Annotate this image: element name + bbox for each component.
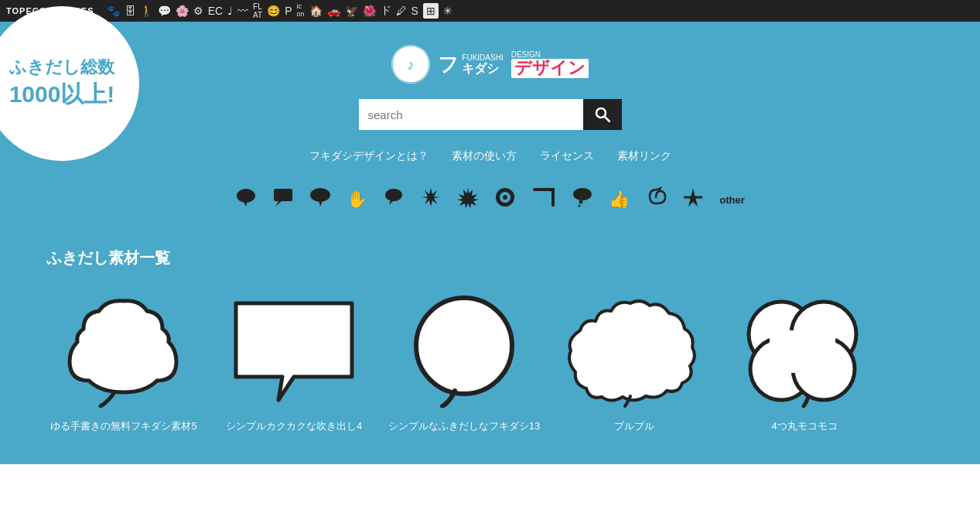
- card-5-label: 4つ丸モコモコ: [727, 419, 882, 433]
- card-5-image: [727, 288, 882, 412]
- nav-icon-icon[interactable]: icon: [297, 3, 305, 19]
- svg-marker-13: [457, 187, 479, 208]
- cat-icon-thumbup[interactable]: 👍: [609, 190, 630, 210]
- card-3-image: [387, 288, 541, 412]
- nav-icon-do[interactable]: ド: [381, 4, 391, 18]
- card-4[interactable]: ブルブル: [557, 288, 712, 433]
- category-row: ✋ 👍: [0, 179, 980, 217]
- cat-icon-round-bubble[interactable]: [235, 186, 257, 213]
- card-3-label: シンプルなふきだしなフキダシ13: [387, 419, 541, 433]
- card-3[interactable]: シンプルなふきだしなフキダシ13: [387, 288, 541, 433]
- cat-icon-small-bubble[interactable]: [383, 186, 405, 213]
- nav-icon-p[interactable]: P: [285, 5, 292, 17]
- svg-point-8: [310, 188, 330, 202]
- nav-link-license[interactable]: ライセンス: [540, 149, 594, 163]
- svg-line-3: [605, 117, 610, 121]
- nav-icon-s[interactable]: S: [411, 5, 418, 17]
- svg-marker-7: [275, 201, 282, 207]
- nav-icon-flat[interactable]: FLAT: [253, 2, 262, 19]
- nav-link-how[interactable]: 素材の使い方: [452, 149, 517, 163]
- nav-icon-pen[interactable]: 🖊: [396, 5, 407, 17]
- badge-text-line2: 1000以上!: [9, 79, 115, 111]
- cat-icon-oval-bubble[interactable]: [309, 186, 331, 213]
- card-1-label: ゆる手書きの無料フキダシ素材5: [46, 419, 201, 433]
- nav-icon-flower[interactable]: 🌸: [176, 5, 189, 17]
- nav-icon-music[interactable]: ♩: [227, 5, 233, 17]
- svg-point-19: [579, 205, 581, 207]
- cat-icon-other[interactable]: other: [719, 194, 745, 206]
- nav-icon-sakura[interactable]: 🌺: [363, 5, 376, 17]
- search-input[interactable]: [359, 99, 583, 130]
- card-2-image: [217, 288, 371, 412]
- nav-icon-burst[interactable]: ✳: [443, 5, 452, 17]
- card-4-label: ブルブル: [557, 419, 712, 433]
- top-navigation: TOPECONHEROES 🐾 🗄 🚶 💬 🌸 ⚙ EC ♩ 〰 FLAT 😊 …: [0, 0, 980, 22]
- content-section: ふきだし素材一覧 ゆる手書きの無料フキダシ素材5 シンプルカクカクな吹き出し4: [0, 232, 980, 464]
- nav-icon-bird[interactable]: 🦅: [345, 5, 358, 17]
- svg-marker-5: [243, 200, 248, 207]
- bubble-circle-svg: [394, 292, 534, 408]
- bubble-cloud-svg: [54, 292, 193, 408]
- nav-icon-ec[interactable]: EC: [208, 5, 223, 17]
- logo-label-fukidashi: FUKIDASHI: [462, 53, 503, 62]
- svg-marker-12: [422, 188, 440, 207]
- cat-icon-starburst2[interactable]: [457, 186, 479, 213]
- section-title: ふきだし素材一覧: [46, 248, 934, 268]
- nav-icon-grid[interactable]: ⊞: [423, 3, 439, 19]
- search-icon: [595, 107, 610, 122]
- svg-marker-20: [236, 303, 352, 400]
- logo-icon: ♪: [391, 45, 430, 84]
- cat-icon-square-bubble[interactable]: [272, 186, 294, 213]
- svg-rect-26: [770, 330, 835, 373]
- nav-icon-house[interactable]: 🏠: [309, 5, 323, 17]
- nav-icon-box[interactable]: 🗄: [125, 5, 135, 17]
- cat-icon-arrow-corner[interactable]: [531, 186, 556, 213]
- nav-icon-smile[interactable]: 😊: [267, 5, 280, 17]
- search-button[interactable]: [583, 99, 622, 130]
- cat-icon-thought-bubble[interactable]: [572, 186, 593, 213]
- svg-point-16: [503, 195, 507, 200]
- hero-section: ふきだし総数 1000以上! ♪ フ FUKIDASHI キダシ DESIGN …: [0, 22, 980, 232]
- logo-text-design: デザイン: [511, 59, 589, 77]
- nav-icon-line[interactable]: 〰: [237, 5, 248, 17]
- bubble-mocomoco-svg: [731, 292, 878, 408]
- nav-icon-speech[interactable]: 💬: [158, 5, 171, 17]
- cat-icon-radial[interactable]: [494, 186, 516, 213]
- card-grid: ゆる手書きの無料フキダシ素材5 シンプルカクカクな吹き出し4 シンプルなふきだし…: [46, 288, 934, 433]
- nav-icon-car[interactable]: 🚗: [327, 5, 340, 17]
- card-1[interactable]: ゆる手書きの無料フキダシ素材5: [46, 288, 201, 433]
- card-5[interactable]: 4つ丸モコモコ: [727, 288, 882, 433]
- card-4-image: [557, 288, 712, 412]
- card-1-image: [46, 288, 201, 412]
- card-2[interactable]: シンプルカクカクな吹き出し4: [217, 288, 371, 433]
- nav-icon-animal[interactable]: 🐾: [107, 5, 120, 17]
- hero-badge: ふきだし総数 1000以上!: [0, 22, 155, 184]
- cat-icon-plane[interactable]: [682, 186, 704, 213]
- svg-rect-6: [274, 189, 292, 201]
- nav-icon-gear[interactable]: ⚙: [193, 5, 203, 17]
- svg-text:♪: ♪: [408, 57, 415, 73]
- hero-badge-circle: ふきだし総数 1000以上!: [0, 6, 139, 161]
- badge-text-line1: ふきだし総数: [9, 56, 114, 79]
- logo-text-fukidashi: キダシ: [462, 62, 503, 76]
- cat-icon-hand[interactable]: ✋: [347, 190, 367, 210]
- bubble-wavy-svg: [557, 292, 712, 408]
- bubble-square-svg: [224, 292, 364, 408]
- logo-katakana-part1: フ: [438, 51, 459, 78]
- nav-link-about[interactable]: フキダシデザインとは？: [309, 149, 429, 163]
- svg-point-18: [579, 200, 583, 204]
- cat-icon-starburst1[interactable]: [420, 186, 442, 213]
- cat-icon-spiral[interactable]: [645, 186, 667, 213]
- svg-point-10: [385, 189, 402, 201]
- svg-point-17: [573, 188, 592, 200]
- nav-icon-person[interactable]: 🚶: [140, 5, 153, 17]
- nav-link-materials[interactable]: 素材リンク: [617, 149, 671, 163]
- svg-point-21: [416, 298, 512, 394]
- svg-marker-9: [319, 200, 323, 207]
- card-2-label: シンプルカクカクな吹き出し4: [217, 419, 371, 433]
